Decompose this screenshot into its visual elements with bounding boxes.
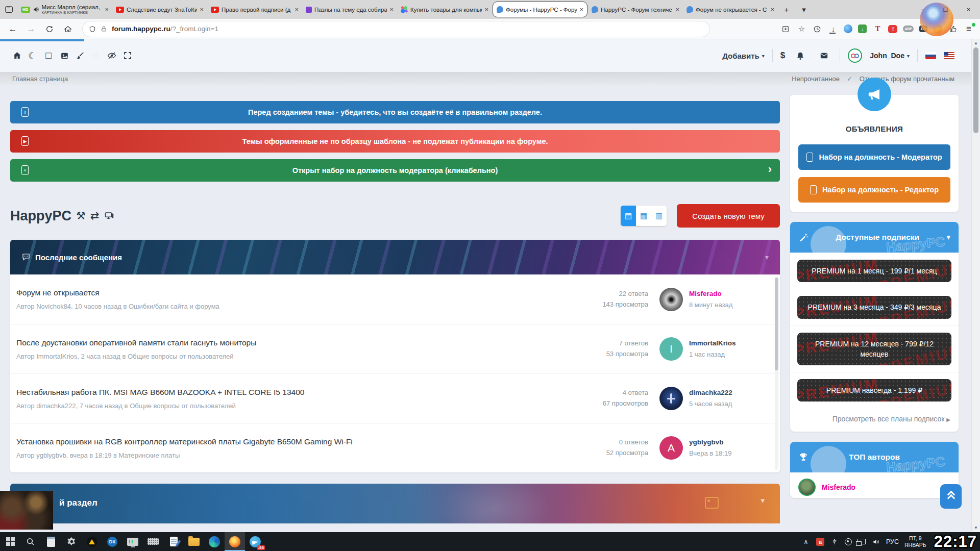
clock-display[interactable]: 22:17: [934, 533, 977, 551]
downloads-icon[interactable]: ↓: [828, 24, 838, 34]
firefox-browser-active[interactable]: [225, 532, 245, 551]
thread-row[interactable]: После доустановки оперативной памяти ста…: [10, 324, 780, 373]
compact-view-button[interactable]: ▥: [651, 206, 667, 226]
tab-happypc[interactable]: HappyPC - Форум техниче ×: [588, 0, 683, 19]
browser-home-button[interactable]: [59, 21, 77, 37]
create-topic-button[interactable]: Создать новую тему: [677, 204, 780, 228]
moderator-recruit-button[interactable]: Набор на должность - Модератор: [798, 144, 950, 170]
telegram-app[interactable]: .93: [245, 532, 265, 551]
edge-extension-icon[interactable]: [844, 24, 852, 33]
scrollbar-down-arrow[interactable]: ▼: [972, 525, 980, 530]
tab-list-dropdown[interactable]: ▾: [795, 0, 813, 19]
thread-title[interactable]: Установка прошивки на RGB контроллер мат…: [16, 437, 559, 446]
thread-title[interactable]: Нестабильная работа ПК. MSI MAG B660M BA…: [16, 388, 559, 397]
list-view-button[interactable]: ▤: [621, 206, 636, 226]
start-button[interactable]: [0, 532, 20, 551]
donate-icon[interactable]: $: [780, 51, 785, 61]
tab-close-icon[interactable]: ×: [675, 6, 679, 13]
tab-close-icon[interactable]: ×: [389, 6, 394, 13]
collapse-chevron-icon[interactable]: ▾: [946, 233, 950, 242]
reload-button[interactable]: [41, 21, 58, 37]
premium-1month-button[interactable]: PREMIUM на 1 месяц - 199 ₽/1 месяц: [797, 260, 951, 282]
add-dropdown[interactable]: Добавить▾: [722, 52, 765, 60]
dx-tool-app[interactable]: DX: [102, 532, 122, 551]
thread-row[interactable]: Форум не открывается Автор Novichok84, 1…: [10, 274, 780, 324]
maximize-button[interactable]: □: [934, 0, 957, 19]
dark-mode-icon[interactable]: ☾: [25, 48, 40, 63]
loading-dots-icon[interactable]: ◌: [88, 48, 104, 63]
usb-icon[interactable]: [830, 537, 839, 546]
editor-recruit-button[interactable]: Набор на должность - Редактор: [798, 177, 950, 203]
language-indicator[interactable]: РУС: [886, 538, 899, 545]
avatar[interactable]: [798, 479, 816, 496]
tab-shop[interactable]: Купить товары для компью ×: [397, 0, 492, 19]
window-scrollbar[interactable]: ▲ ▼: [971, 39, 980, 532]
images-icon[interactable]: [57, 48, 72, 63]
edge-browser[interactable]: [204, 532, 225, 551]
recorder-icon[interactable]: [845, 538, 852, 545]
dislike-extension-icon[interactable]: !: [888, 25, 897, 33]
collapse-chevron-icon[interactable]: ▾: [765, 253, 769, 261]
tampermonkey-icon[interactable]: T: [872, 24, 883, 34]
date-display[interactable]: ПТ, 9ЯНВАРЬ: [904, 535, 926, 548]
forum-home-icon[interactable]: [9, 48, 24, 63]
info-banner[interactable]: ! Перед созданием темы - убедитесь, что …: [10, 101, 780, 123]
top-author-row[interactable]: Misferado: [790, 472, 959, 498]
scroll-to-top-button[interactable]: [940, 484, 962, 509]
premium-3month-button[interactable]: PREMIUM на 3 месяца - 349 ₽/3 месяца: [797, 296, 951, 318]
breadcrumb[interactable]: Главная страница: [12, 75, 68, 83]
adblock-plus-icon[interactable]: ABP: [903, 26, 914, 32]
avatar[interactable]: [659, 288, 683, 311]
top-authors-header[interactable]: ТОП авторов: [790, 442, 959, 472]
settings-app[interactable]: [61, 532, 82, 551]
menu-icon[interactable]: ≡: [964, 24, 974, 34]
calculator-app[interactable]: [41, 532, 61, 551]
url-bar[interactable]: forum.happypc.ru/?_fromLogin=1: [83, 21, 709, 37]
network-icon[interactable]: [857, 539, 866, 544]
minimize-button[interactable]: –: [911, 0, 934, 19]
new-tab-button[interactable]: +: [778, 0, 795, 19]
tab-close-icon[interactable]: ×: [200, 6, 204, 13]
close-window-button[interactable]: ×: [957, 0, 980, 19]
tab-close-icon[interactable]: ×: [579, 6, 583, 13]
hide-images-icon[interactable]: [104, 48, 119, 63]
subscriptions-header[interactable]: Доступные подписки ▾: [790, 222, 959, 253]
tab-close-icon[interactable]: ×: [770, 6, 774, 13]
back-button[interactable]: ←: [4, 21, 21, 37]
view-all-plans-link[interactable]: Просмотреть все планы подписок ▶: [790, 408, 959, 432]
avatar[interactable]: I: [659, 337, 683, 361]
collapse-chevron-icon[interactable]: ▾: [761, 496, 765, 505]
save-page-icon[interactable]: [780, 24, 791, 34]
tab-puzzles[interactable]: Пазлы на тему еда собира ×: [302, 0, 397, 19]
tab-manager-button[interactable]: [0, 0, 17, 19]
author-name[interactable]: ImmortalKrios: [689, 338, 767, 349]
tab-miss-marple[interactable]: HD Мисс Марпл (сериал,КАРТИНКА В КАРТИНК…: [17, 0, 112, 19]
grid-view-button[interactable]: ▦: [636, 206, 651, 226]
tab-close-icon[interactable]: ×: [484, 6, 488, 13]
thread-row[interactable]: Установка прошивки на RGB контроллер мат…: [10, 423, 780, 472]
author-name[interactable]: ygblygbvb: [689, 437, 767, 448]
volume-icon[interactable]: [871, 537, 880, 546]
tab-youtube-1[interactable]: Следствие ведут ЗнаТоКи. ×: [112, 0, 207, 19]
warning-banner[interactable]: ▶ Темы оформленные не по образцу шаблона…: [10, 130, 780, 153]
hidden-icons-chevron[interactable]: ∧: [801, 537, 811, 546]
thread-row[interactable]: Нестабильная работа ПК. MSI MAG B660M BA…: [10, 373, 780, 423]
premium-forever-button[interactable]: PREMIUM навсегда - 1.199 ₽: [797, 379, 951, 402]
history-icon[interactable]: [812, 24, 822, 34]
next-section-banner[interactable]: й раздел ▾: [10, 484, 780, 523]
tab-close-icon[interactable]: ×: [105, 6, 109, 13]
premium-12month-button[interactable]: PREMIUM на 12 месяцев - 799 ₽/12 месяцев: [797, 333, 951, 366]
author-name[interactable]: Misferado: [822, 483, 855, 491]
tab-forums-active[interactable]: Форумы - HappyPC - Фору ×: [493, 2, 587, 17]
card-scrollbar-thumb[interactable]: [775, 278, 778, 370]
scrollbar-up-arrow[interactable]: ▲: [972, 41, 980, 45]
picture-in-picture-video[interactable]: [0, 491, 53, 530]
author-name[interactable]: dimachka222: [689, 387, 767, 398]
monitoring-app[interactable]: [122, 532, 143, 551]
tab-forum-issue[interactable]: Форум не открывается - С ×: [683, 0, 778, 19]
avatar[interactable]: A: [659, 436, 683, 460]
tab-close-icon[interactable]: ×: [295, 6, 299, 13]
latest-posts-header[interactable]: Последние сообщения ▾: [10, 240, 780, 274]
fullscreen-icon[interactable]: [120, 48, 135, 63]
bookmark-star-icon[interactable]: ☆: [796, 24, 806, 34]
